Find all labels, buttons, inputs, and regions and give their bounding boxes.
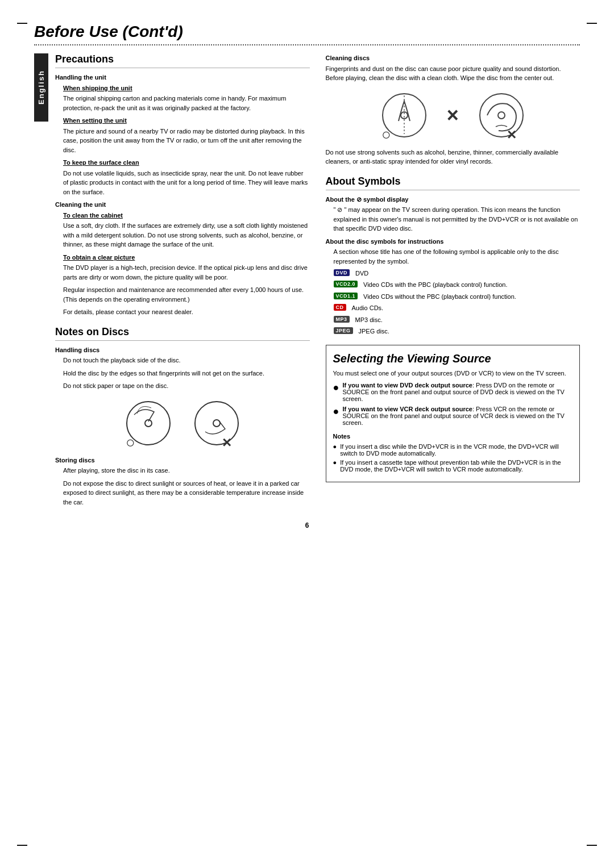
clear-picture-section: To obtain a clear picture The DVD player… [55, 253, 310, 317]
selecting-source-intro: You must select one of your output sourc… [333, 369, 573, 378]
vcd1-label: VCD1.1 [334, 293, 358, 299]
svg-text:×: × [222, 433, 231, 449]
dvd-source-item: ● If you want to view DVD deck output so… [333, 382, 573, 402]
vcr-bullet: ● [333, 406, 339, 426]
keep-surface-label: To keep the surface clean [55, 158, 310, 168]
mp3-symbol-row: MP3 MP3 disc. [334, 316, 580, 324]
dvd-bullet: ● [333, 382, 339, 402]
jpeg-label: JPEG [334, 327, 353, 334]
svg-text:○: ○ [381, 126, 391, 141]
about-symbols-section: About Symbols About the ⊘ symbol display… [326, 176, 580, 336]
corner-mark-tr: — [587, 17, 597, 29]
dvd-label: DVD [334, 269, 350, 276]
dotted-divider [34, 44, 580, 45]
jpeg-symbol-row: JPEG JPEG disc. [334, 327, 580, 336]
col-left: Precautions Handling the unit When shipp… [55, 53, 310, 510]
dvd-source-label: If you want to view DVD deck output sour… [342, 382, 472, 389]
svg-text:○: ○ [126, 433, 135, 449]
disc-ok-image: ○ [123, 398, 174, 449]
notes-bullet-0: ● [333, 443, 337, 457]
clean-cabinet-label: To clean the cabinet [55, 211, 310, 220]
x-separator: × [447, 103, 459, 127]
cleaning-discs-text2: Do not use strong solvents such as alcoh… [326, 148, 580, 166]
notes-title: Notes [333, 432, 573, 441]
handling-discs-item0: Do not touch the playback side of the di… [55, 356, 310, 365]
selecting-notes: Notes ● If you insert a disc while the D… [333, 432, 573, 473]
storing-discs-item1: Do not expose the disc to direct sunligh… [55, 479, 310, 507]
handling-unit-label: Handling the unit [55, 73, 310, 82]
cd-description: Audio CDs. [352, 304, 384, 312]
mp3-label: MP3 [334, 316, 350, 323]
cleaning-ok-image: ○ [379, 90, 430, 141]
selecting-source-box: Selecting the Viewing Source You must se… [326, 345, 580, 482]
corner-mark-br: — [587, 839, 597, 851]
symbol-display-label: About the ⊘ symbol display [326, 195, 580, 205]
svg-point-4 [213, 420, 220, 427]
handling-discs-label: Handling discs [55, 345, 310, 355]
dvd-symbol-row: DVD DVD [334, 269, 580, 278]
cleaning-discs-label: Cleaning discs [326, 53, 580, 63]
svg-point-3 [195, 402, 238, 445]
symbol-list: DVD DVD VCD2.0 Video CDs with the PBC (p… [326, 269, 580, 336]
cd-label: CD [334, 304, 346, 311]
vcr-source-label: If you want to view VCR deck output sour… [342, 406, 472, 412]
vcd2-symbol-row: VCD2.0 Video CDs with the PBC (playback … [334, 281, 580, 289]
when-shipping-text: The original shipping carton and packing… [55, 94, 310, 112]
cleaning-disc-images: ○ × × [326, 90, 580, 141]
when-setting-text: The picture and sound of a nearby TV or … [55, 127, 310, 155]
notes-item-0: ● If you insert a disc while the DVD+VCR… [333, 443, 573, 457]
svg-text:×: × [507, 126, 516, 141]
storing-discs-label: Storing discs [55, 456, 310, 465]
clean-cabinet-text: Use a soft, dry cloth. If the surfaces a… [55, 221, 310, 249]
jpeg-description: JPEG disc. [359, 327, 389, 336]
handling-discs-item1: Hold the disc by the edges so that finge… [55, 369, 310, 378]
dvd-source-text: If you want to view DVD deck output sour… [342, 382, 572, 402]
vcd1-symbol-row: VCD1.1 Video CDs without the PBC (playba… [334, 293, 580, 301]
clear-picture-text2: Regular inspection and maintenance are r… [55, 285, 310, 304]
dvd-description: DVD [355, 269, 368, 278]
corner-mark-bl: — [17, 839, 27, 851]
vcr-source-item: ● If you want to view VCR deck output so… [333, 406, 573, 426]
main-layout: English Precautions Handling the unit Wh… [34, 53, 580, 510]
cleaning-discs-text1: Fingerprints and dust on the disc can ca… [326, 64, 580, 83]
notes-on-discs-section: Notes on Discs Handling discs Do not tou… [55, 326, 310, 507]
cleaning-no-image: × [476, 90, 527, 141]
handling-discs-item2: Do not stick paper or tape on the disc. [55, 381, 310, 391]
col-right: Cleaning discs Fingerprints and dust on … [326, 53, 580, 510]
vcd2-description: Video CDs with the PBC (playback control… [363, 281, 508, 289]
about-symbols-title: About Symbols [326, 176, 580, 190]
symbol-display-text: " ⊘ " may appear on the TV screen during… [326, 205, 580, 233]
notes-item-1: ● If you insert a cassette tape without … [333, 459, 573, 473]
keep-surface-text: Do not use volatile liquids, such as ins… [55, 169, 310, 197]
cd-symbol-row: CD Audio CDs. [334, 304, 580, 312]
vcd2-label: VCD2.0 [334, 281, 358, 287]
cleaning-unit-section: Cleaning the unit To clean the cabinet U… [55, 200, 310, 249]
disc-symbols-label: About the disc symbols for instructions [326, 237, 580, 247]
clear-picture-text3: For details, please contact your nearest… [55, 307, 310, 317]
cleaning-discs-section: Cleaning discs Fingerprints and dust on … [326, 53, 580, 166]
cleaning-unit-label: Cleaning the unit [55, 200, 310, 210]
svg-point-10 [498, 112, 505, 119]
page-number: 6 [34, 521, 580, 529]
disc-symbols-text: A section whose title has one of the fol… [326, 247, 580, 266]
sidebar-english: English [34, 53, 48, 122]
notes-text-0: If you insert a disc while the DVD+VCR i… [340, 443, 572, 457]
clear-picture-text1: The DVD player is a high-tech, precision… [55, 263, 310, 282]
vcd1-description: Video CDs without the PBC (playback cont… [363, 293, 516, 301]
disc-no-image: × [191, 398, 242, 449]
notes-on-discs-title: Notes on Discs [55, 326, 310, 341]
handling-unit-section: Handling the unit When shipping the unit… [55, 73, 310, 197]
corner-mark-tl: — [17, 17, 27, 29]
vcr-source-text: If you want to view VCR deck output sour… [342, 406, 572, 426]
notes-bullet-1: ● [333, 459, 337, 473]
two-col-layout: Precautions Handling the unit When shipp… [55, 53, 580, 510]
mp3-description: MP3 disc. [355, 316, 383, 324]
disc-images: ○ × [55, 398, 310, 449]
when-shipping-label: When shipping the unit [55, 84, 310, 93]
when-setting-label: When setting the unit [55, 116, 310, 126]
selecting-source-title: Selecting the Viewing Source [333, 352, 573, 365]
notes-text-1: If you insert a cassette tape without pr… [340, 459, 572, 473]
storing-discs-item0: After playing, store the disc in its cas… [55, 466, 310, 475]
clear-picture-label: To obtain a clear picture [55, 253, 310, 262]
precautions-title: Precautions [55, 53, 310, 68]
